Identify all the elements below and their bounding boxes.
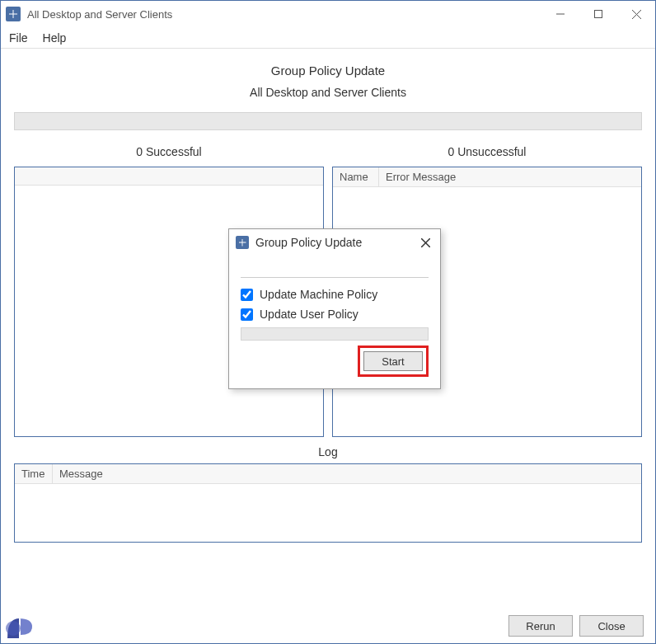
menu-help[interactable]: Help <box>43 31 67 45</box>
col-name[interactable]: Name <box>333 167 379 186</box>
checkbox-update-machine-policy[interactable]: Update Machine Policy <box>241 288 429 301</box>
svg-rect-1 <box>595 11 602 18</box>
log-panel[interactable]: Time Message <box>14 463 642 543</box>
footer-buttons: Rerun Close <box>508 615 644 637</box>
dialog-body: Update Machine Policy Update User Policy… <box>229 277 440 388</box>
svg-point-4 <box>6 621 21 636</box>
maximize-button[interactable] <box>579 1 617 27</box>
watermark-logo <box>1 607 42 643</box>
close-button[interactable]: Close <box>579 615 644 637</box>
menubar: File Help <box>1 27 655 49</box>
checkbox-user-label: Update User Policy <box>260 308 358 321</box>
col-time[interactable]: Time <box>15 464 53 483</box>
checkbox-machine-input[interactable] <box>241 289 253 301</box>
successful-list-header <box>15 167 323 186</box>
checkbox-update-user-policy[interactable]: Update User Policy <box>241 308 429 321</box>
rerun-button[interactable]: Rerun <box>508 615 573 637</box>
close-window-button[interactable] <box>617 1 655 27</box>
page-subheading: All Desktop and Server Clients <box>11 86 645 99</box>
main-progress-bar <box>14 112 642 130</box>
checkbox-machine-label: Update Machine Policy <box>260 288 377 301</box>
log-header-row: Time Message <box>15 464 641 484</box>
unsuccessful-header-row: Name Error Message <box>333 167 641 187</box>
dialog-progress-bar <box>241 327 429 341</box>
checkbox-user-input[interactable] <box>241 308 253 321</box>
dialog-start-wrap: Start <box>241 346 429 377</box>
start-button-highlight: Start <box>358 346 429 377</box>
dialog-close-button[interactable] <box>417 234 433 251</box>
dialog-divider <box>241 277 429 278</box>
page-heading: Group Policy Update <box>11 63 645 78</box>
app-icon <box>6 7 21 21</box>
minimize-button[interactable] <box>541 1 579 27</box>
titlebar: All Desktop and Server Clients <box>1 1 655 27</box>
successful-label: 0 Successful <box>14 130 324 167</box>
dialog-app-icon <box>236 236 249 249</box>
maximize-icon <box>594 10 602 18</box>
minimize-icon <box>556 10 565 18</box>
dialog-titlebar: Group Policy Update <box>229 229 440 256</box>
close-icon <box>632 10 641 19</box>
start-button[interactable]: Start <box>363 351 423 371</box>
dialog-title: Group Policy Update <box>255 236 417 249</box>
unsuccessful-label: 0 Unsuccessful <box>332 130 642 167</box>
col-error-message[interactable]: Error Message <box>379 167 641 186</box>
menu-file[interactable]: File <box>9 31 28 45</box>
close-icon <box>421 238 430 247</box>
dialog-group-policy-update: Group Policy Update Update Machine Polic… <box>228 228 441 389</box>
log-label: Log <box>11 445 645 458</box>
window-title: All Desktop and Server Clients <box>27 8 541 21</box>
col-message[interactable]: Message <box>53 464 641 483</box>
window-controls <box>541 1 655 27</box>
